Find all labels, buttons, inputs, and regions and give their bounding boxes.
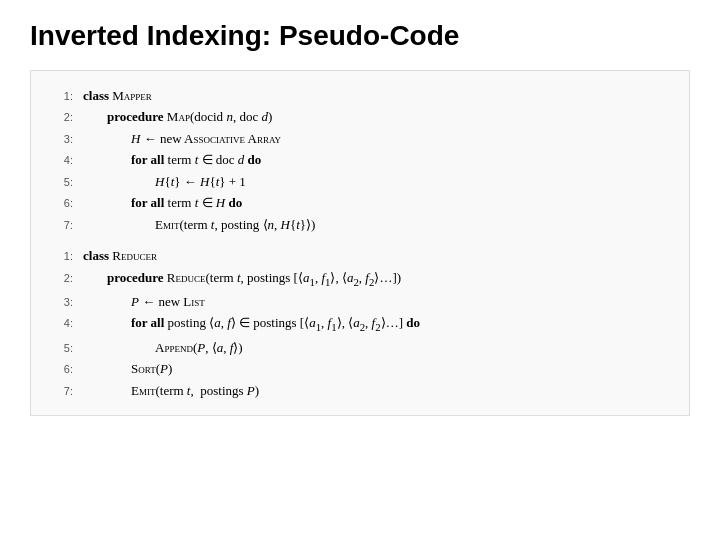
page-title: Inverted Indexing: Pseudo-Code bbox=[30, 20, 690, 52]
line-num: 3: bbox=[51, 130, 73, 148]
line-num: 6: bbox=[51, 194, 73, 212]
mapper-line-5: 5: H{t} ← H{t} + 1 bbox=[51, 171, 669, 192]
line-num: 7: bbox=[51, 382, 73, 400]
line-content: H{t} ← H{t} + 1 bbox=[83, 171, 246, 192]
line-content: for all term t ∈ doc d do bbox=[83, 149, 261, 170]
page: Inverted Indexing: Pseudo-Code 1: class … bbox=[0, 0, 720, 540]
line-content: Append(P, ⟨a, f⟩) bbox=[83, 337, 243, 358]
reducer-block: 1: class Reducer 2: procedure Reduce(ter… bbox=[51, 245, 669, 401]
mapper-line-1: 1: class Mapper bbox=[51, 85, 669, 106]
line-content: Emit(term t, posting ⟨n, H{t}⟩) bbox=[83, 214, 315, 235]
line-num: 2: bbox=[51, 269, 73, 287]
line-num: 4: bbox=[51, 314, 73, 332]
reducer-line-5: 5: Append(P, ⟨a, f⟩) bbox=[51, 337, 669, 358]
line-num: 4: bbox=[51, 151, 73, 169]
reducer-line-1: 1: class Reducer bbox=[51, 245, 669, 266]
reducer-line-7: 7: Emit(term t, postings P) bbox=[51, 380, 669, 401]
line-num: 1: bbox=[51, 247, 73, 265]
line-content: Sort(P) bbox=[83, 358, 172, 379]
reducer-line-4: 4: for all posting ⟨a, f⟩ ∈ postings [⟨a… bbox=[51, 312, 669, 336]
reducer-line-3: 3: P ← new List bbox=[51, 291, 669, 312]
mapper-line-3: 3: H ← new Associative Array bbox=[51, 128, 669, 149]
line-content: class Mapper bbox=[83, 85, 152, 106]
line-content: class Reducer bbox=[83, 245, 157, 266]
line-content: procedure Map(docid n, doc d) bbox=[83, 106, 272, 127]
line-num: 7: bbox=[51, 216, 73, 234]
line-content: procedure Reduce(term t, postings [⟨a1, … bbox=[83, 267, 401, 291]
code-area: 1: class Mapper 2: procedure Map(docid n… bbox=[30, 70, 690, 416]
mapper-block: 1: class Mapper 2: procedure Map(docid n… bbox=[51, 85, 669, 235]
line-num: 5: bbox=[51, 173, 73, 191]
mapper-line-4: 4: for all term t ∈ doc d do bbox=[51, 149, 669, 170]
line-num: 2: bbox=[51, 108, 73, 126]
mapper-line-7: 7: Emit(term t, posting ⟨n, H{t}⟩) bbox=[51, 214, 669, 235]
line-num: 6: bbox=[51, 360, 73, 378]
line-content: Emit(term t, postings P) bbox=[83, 380, 259, 401]
line-num: 1: bbox=[51, 87, 73, 105]
line-content: H ← new Associative Array bbox=[83, 128, 281, 149]
reducer-line-6: 6: Sort(P) bbox=[51, 358, 669, 379]
mapper-line-6: 6: for all term t ∈ H do bbox=[51, 192, 669, 213]
line-num: 3: bbox=[51, 293, 73, 311]
mapper-line-2: 2: procedure Map(docid n, doc d) bbox=[51, 106, 669, 127]
line-num: 5: bbox=[51, 339, 73, 357]
line-content: for all posting ⟨a, f⟩ ∈ postings [⟨a1, … bbox=[83, 312, 420, 336]
line-content: P ← new List bbox=[83, 291, 205, 312]
line-content: for all term t ∈ H do bbox=[83, 192, 242, 213]
reducer-line-2: 2: procedure Reduce(term t, postings [⟨a… bbox=[51, 267, 669, 291]
